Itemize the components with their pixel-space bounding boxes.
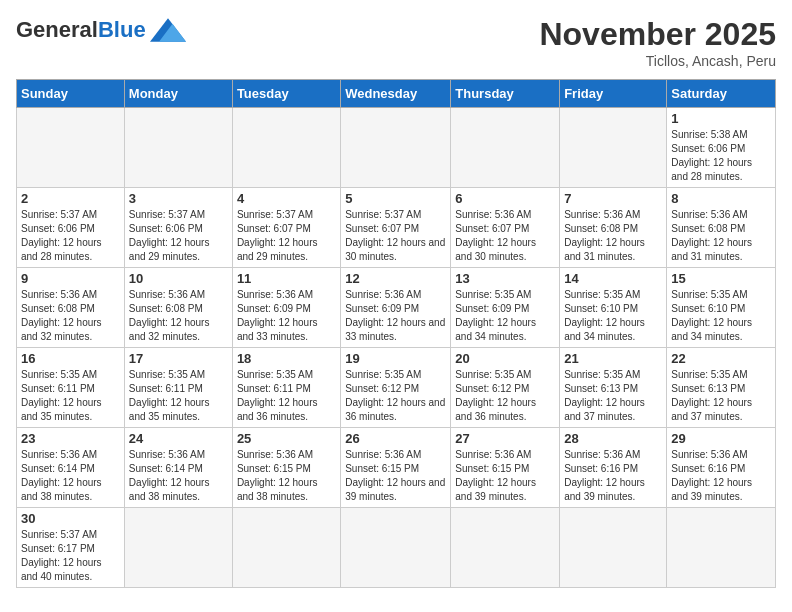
day-number: 21	[564, 351, 662, 366]
calendar-cell	[232, 508, 340, 588]
day-header-sunday: Sunday	[17, 80, 125, 108]
week-row-2: 9Sunrise: 5:36 AM Sunset: 6:08 PM Daylig…	[17, 268, 776, 348]
week-row-5: 30Sunrise: 5:37 AM Sunset: 6:17 PM Dayli…	[17, 508, 776, 588]
calendar-header: SundayMondayTuesdayWednesdayThursdayFrid…	[17, 80, 776, 108]
week-row-0: 1Sunrise: 5:38 AM Sunset: 6:06 PM Daylig…	[17, 108, 776, 188]
calendar-cell	[232, 108, 340, 188]
day-header-tuesday: Tuesday	[232, 80, 340, 108]
logo-area: General Blue	[16, 16, 186, 44]
day-number: 7	[564, 191, 662, 206]
day-number: 23	[21, 431, 120, 446]
day-info: Sunrise: 5:38 AM Sunset: 6:06 PM Dayligh…	[671, 128, 771, 184]
calendar-cell	[667, 508, 776, 588]
day-info: Sunrise: 5:37 AM Sunset: 6:07 PM Dayligh…	[345, 208, 446, 264]
calendar-cell: 1Sunrise: 5:38 AM Sunset: 6:06 PM Daylig…	[667, 108, 776, 188]
day-number: 4	[237, 191, 336, 206]
day-number: 18	[237, 351, 336, 366]
day-info: Sunrise: 5:36 AM Sunset: 6:15 PM Dayligh…	[345, 448, 446, 504]
days-of-week-row: SundayMondayTuesdayWednesdayThursdayFrid…	[17, 80, 776, 108]
day-number: 6	[455, 191, 555, 206]
calendar-cell: 12Sunrise: 5:36 AM Sunset: 6:09 PM Dayli…	[341, 268, 451, 348]
day-number: 28	[564, 431, 662, 446]
day-number: 10	[129, 271, 228, 286]
calendar-cell: 2Sunrise: 5:37 AM Sunset: 6:06 PM Daylig…	[17, 188, 125, 268]
day-info: Sunrise: 5:36 AM Sunset: 6:08 PM Dayligh…	[671, 208, 771, 264]
day-number: 12	[345, 271, 446, 286]
day-number: 25	[237, 431, 336, 446]
calendar-cell: 21Sunrise: 5:35 AM Sunset: 6:13 PM Dayli…	[560, 348, 667, 428]
calendar-cell	[341, 508, 451, 588]
day-info: Sunrise: 5:36 AM Sunset: 6:16 PM Dayligh…	[564, 448, 662, 504]
calendar-cell: 5Sunrise: 5:37 AM Sunset: 6:07 PM Daylig…	[341, 188, 451, 268]
day-info: Sunrise: 5:36 AM Sunset: 6:09 PM Dayligh…	[345, 288, 446, 344]
calendar-cell	[560, 108, 667, 188]
day-number: 1	[671, 111, 771, 126]
calendar-cell	[124, 508, 232, 588]
day-number: 19	[345, 351, 446, 366]
day-info: Sunrise: 5:35 AM Sunset: 6:10 PM Dayligh…	[564, 288, 662, 344]
day-info: Sunrise: 5:36 AM Sunset: 6:08 PM Dayligh…	[129, 288, 228, 344]
day-info: Sunrise: 5:36 AM Sunset: 6:08 PM Dayligh…	[564, 208, 662, 264]
calendar-cell: 22Sunrise: 5:35 AM Sunset: 6:13 PM Dayli…	[667, 348, 776, 428]
calendar-cell: 25Sunrise: 5:36 AM Sunset: 6:15 PM Dayli…	[232, 428, 340, 508]
day-info: Sunrise: 5:36 AM Sunset: 6:14 PM Dayligh…	[21, 448, 120, 504]
calendar-cell: 4Sunrise: 5:37 AM Sunset: 6:07 PM Daylig…	[232, 188, 340, 268]
day-number: 9	[21, 271, 120, 286]
calendar-cell: 18Sunrise: 5:35 AM Sunset: 6:11 PM Dayli…	[232, 348, 340, 428]
day-info: Sunrise: 5:35 AM Sunset: 6:09 PM Dayligh…	[455, 288, 555, 344]
day-info: Sunrise: 5:35 AM Sunset: 6:11 PM Dayligh…	[21, 368, 120, 424]
day-number: 24	[129, 431, 228, 446]
calendar-cell: 7Sunrise: 5:36 AM Sunset: 6:08 PM Daylig…	[560, 188, 667, 268]
calendar-cell: 29Sunrise: 5:36 AM Sunset: 6:16 PM Dayli…	[667, 428, 776, 508]
calendar-cell: 11Sunrise: 5:36 AM Sunset: 6:09 PM Dayli…	[232, 268, 340, 348]
calendar-cell	[560, 508, 667, 588]
day-info: Sunrise: 5:36 AM Sunset: 6:15 PM Dayligh…	[455, 448, 555, 504]
day-header-thursday: Thursday	[451, 80, 560, 108]
day-header-friday: Friday	[560, 80, 667, 108]
day-info: Sunrise: 5:35 AM Sunset: 6:10 PM Dayligh…	[671, 288, 771, 344]
day-number: 11	[237, 271, 336, 286]
day-info: Sunrise: 5:35 AM Sunset: 6:11 PM Dayligh…	[237, 368, 336, 424]
day-info: Sunrise: 5:36 AM Sunset: 6:08 PM Dayligh…	[21, 288, 120, 344]
day-info: Sunrise: 5:36 AM Sunset: 6:15 PM Dayligh…	[237, 448, 336, 504]
calendar-cell	[451, 108, 560, 188]
calendar-cell: 30Sunrise: 5:37 AM Sunset: 6:17 PM Dayli…	[17, 508, 125, 588]
calendar-cell: 23Sunrise: 5:36 AM Sunset: 6:14 PM Dayli…	[17, 428, 125, 508]
week-row-4: 23Sunrise: 5:36 AM Sunset: 6:14 PM Dayli…	[17, 428, 776, 508]
day-header-monday: Monday	[124, 80, 232, 108]
day-number: 16	[21, 351, 120, 366]
day-header-wednesday: Wednesday	[341, 80, 451, 108]
day-number: 27	[455, 431, 555, 446]
day-info: Sunrise: 5:35 AM Sunset: 6:11 PM Dayligh…	[129, 368, 228, 424]
day-number: 20	[455, 351, 555, 366]
day-info: Sunrise: 5:37 AM Sunset: 6:17 PM Dayligh…	[21, 528, 120, 584]
calendar-cell: 17Sunrise: 5:35 AM Sunset: 6:11 PM Dayli…	[124, 348, 232, 428]
week-row-1: 2Sunrise: 5:37 AM Sunset: 6:06 PM Daylig…	[17, 188, 776, 268]
day-number: 5	[345, 191, 446, 206]
calendar-cell	[124, 108, 232, 188]
calendar-cell: 9Sunrise: 5:36 AM Sunset: 6:08 PM Daylig…	[17, 268, 125, 348]
calendar-cell: 10Sunrise: 5:36 AM Sunset: 6:08 PM Dayli…	[124, 268, 232, 348]
day-number: 17	[129, 351, 228, 366]
day-info: Sunrise: 5:35 AM Sunset: 6:13 PM Dayligh…	[564, 368, 662, 424]
calendar-cell: 8Sunrise: 5:36 AM Sunset: 6:08 PM Daylig…	[667, 188, 776, 268]
calendar-cell: 24Sunrise: 5:36 AM Sunset: 6:14 PM Dayli…	[124, 428, 232, 508]
week-row-3: 16Sunrise: 5:35 AM Sunset: 6:11 PM Dayli…	[17, 348, 776, 428]
day-info: Sunrise: 5:36 AM Sunset: 6:07 PM Dayligh…	[455, 208, 555, 264]
day-header-saturday: Saturday	[667, 80, 776, 108]
day-info: Sunrise: 5:35 AM Sunset: 6:12 PM Dayligh…	[455, 368, 555, 424]
day-number: 26	[345, 431, 446, 446]
day-number: 2	[21, 191, 120, 206]
calendar-cell: 19Sunrise: 5:35 AM Sunset: 6:12 PM Dayli…	[341, 348, 451, 428]
calendar-cell: 6Sunrise: 5:36 AM Sunset: 6:07 PM Daylig…	[451, 188, 560, 268]
day-number: 14	[564, 271, 662, 286]
location-title: Ticllos, Ancash, Peru	[539, 53, 776, 69]
day-info: Sunrise: 5:37 AM Sunset: 6:07 PM Dayligh…	[237, 208, 336, 264]
calendar-cell	[341, 108, 451, 188]
calendar-cell: 14Sunrise: 5:35 AM Sunset: 6:10 PM Dayli…	[560, 268, 667, 348]
calendar-cell: 16Sunrise: 5:35 AM Sunset: 6:11 PM Dayli…	[17, 348, 125, 428]
day-info: Sunrise: 5:37 AM Sunset: 6:06 PM Dayligh…	[129, 208, 228, 264]
day-info: Sunrise: 5:35 AM Sunset: 6:12 PM Dayligh…	[345, 368, 446, 424]
calendar-cell: 28Sunrise: 5:36 AM Sunset: 6:16 PM Dayli…	[560, 428, 667, 508]
calendar-cell: 3Sunrise: 5:37 AM Sunset: 6:06 PM Daylig…	[124, 188, 232, 268]
